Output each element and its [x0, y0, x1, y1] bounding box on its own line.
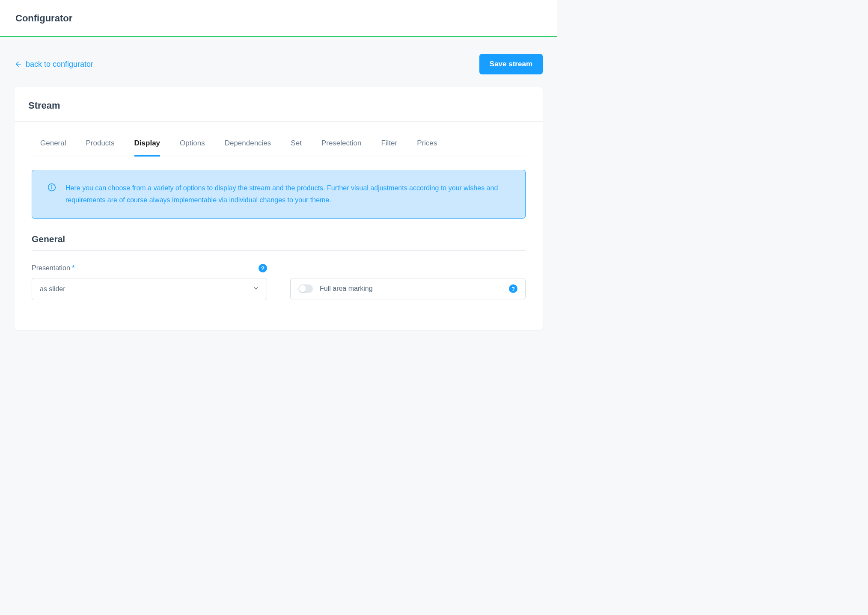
full-area-toggle[interactable] [298, 284, 313, 293]
tab-dependencies[interactable]: Dependencies [225, 139, 271, 157]
full-area-label: Full area marking [320, 285, 373, 293]
page-container: back to configurator Save stream Stream … [0, 37, 557, 356]
help-icon[interactable]: ? [259, 264, 267, 272]
form-row: Presentation * ? as slider [32, 263, 526, 300]
top-bar: back to configurator Save stream [15, 54, 543, 74]
presentation-field-col: Presentation * ? as slider [32, 263, 267, 300]
full-area-label-row-spacer [290, 263, 526, 273]
full-area-toggle-wrap: Full area marking ? [290, 278, 526, 299]
tab-set[interactable]: Set [291, 139, 302, 157]
full-area-toggle-left: Full area marking [298, 284, 373, 293]
card-header: Stream [15, 87, 543, 122]
tab-products[interactable]: Products [86, 139, 114, 157]
tab-preselection[interactable]: Preselection [321, 139, 362, 157]
card-title: Stream [28, 100, 529, 111]
tab-prices[interactable]: Prices [417, 139, 437, 157]
arrow-left-icon [15, 60, 22, 68]
info-box: Here you can choose from a variety of op… [32, 170, 526, 219]
stream-card: Stream General Products Display Options … [15, 87, 543, 330]
presentation-select[interactable]: as slider [32, 278, 267, 300]
tab-filter[interactable]: Filter [381, 139, 397, 157]
full-area-field-col: Full area marking ? [290, 263, 526, 300]
info-text: Here you can choose from a variety of op… [65, 182, 513, 206]
tab-general[interactable]: General [40, 139, 66, 157]
presentation-select-wrap: as slider [32, 278, 267, 300]
tab-bar: General Products Display Options Depende… [32, 126, 526, 156]
back-link-label: back to configurator [26, 60, 93, 69]
page-header: Configurator [0, 0, 557, 37]
info-icon [48, 183, 56, 192]
save-button[interactable]: Save stream [479, 54, 543, 74]
presentation-label-row: Presentation * ? [32, 263, 267, 273]
card-body: General Products Display Options Depende… [15, 122, 543, 330]
section-title-general: General [32, 234, 526, 251]
presentation-label: Presentation * [32, 264, 75, 272]
help-icon[interactable]: ? [509, 284, 517, 293]
svg-point-3 [52, 185, 52, 186]
tab-options[interactable]: Options [180, 139, 205, 157]
tab-display[interactable]: Display [134, 139, 160, 157]
page-title: Configurator [15, 13, 542, 24]
back-link[interactable]: back to configurator [15, 60, 93, 69]
required-marker: * [72, 264, 74, 272]
